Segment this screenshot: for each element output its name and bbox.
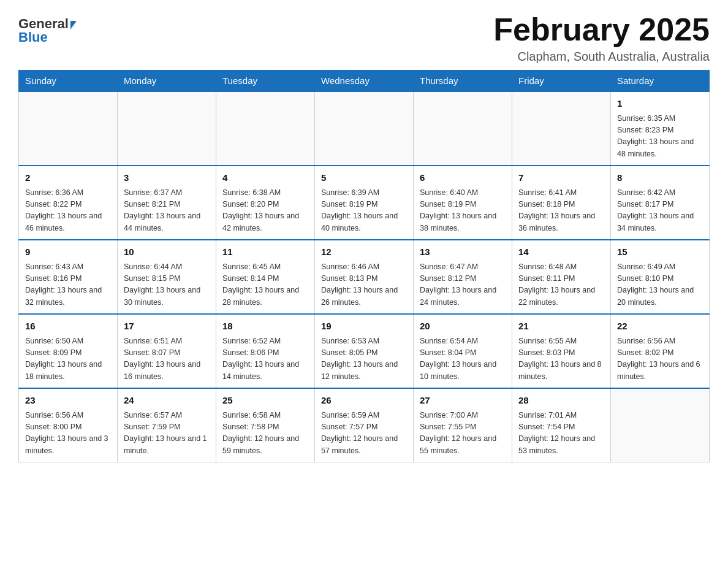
day-info: Sunrise: 6:43 AM Sunset: 8:16 PM Dayligh…	[25, 261, 111, 309]
day-info: Sunrise: 6:58 AM Sunset: 7:58 PM Dayligh…	[222, 410, 308, 458]
calendar-cell: 6Sunrise: 6:40 AM Sunset: 8:19 PM Daylig…	[414, 166, 512, 240]
day-info: Sunrise: 6:56 AM Sunset: 8:02 PM Dayligh…	[617, 335, 703, 383]
day-number: 5	[321, 171, 407, 185]
day-number: 10	[124, 245, 210, 259]
day-number: 20	[420, 320, 506, 334]
day-info: Sunrise: 6:44 AM Sunset: 8:15 PM Dayligh…	[124, 261, 210, 309]
calendar-cell: 10Sunrise: 6:44 AM Sunset: 8:15 PM Dayli…	[118, 240, 216, 314]
week-row-4: 16Sunrise: 6:50 AM Sunset: 8:09 PM Dayli…	[19, 314, 710, 388]
calendar-subtitle: Clapham, South Australia, Australia	[493, 50, 710, 64]
week-row-5: 23Sunrise: 6:56 AM Sunset: 8:00 PM Dayli…	[19, 388, 710, 462]
calendar-cell: 26Sunrise: 6:59 AM Sunset: 7:57 PM Dayli…	[315, 388, 414, 462]
week-row-1: 1Sunrise: 6:35 AM Sunset: 8:23 PM Daylig…	[19, 91, 710, 166]
day-info: Sunrise: 6:41 AM Sunset: 8:18 PM Dayligh…	[518, 187, 604, 235]
day-info: Sunrise: 6:59 AM Sunset: 7:57 PM Dayligh…	[321, 410, 407, 458]
calendar-cell: 19Sunrise: 6:53 AM Sunset: 8:05 PM Dayli…	[315, 314, 414, 388]
calendar-cell: 24Sunrise: 6:57 AM Sunset: 7:59 PM Dayli…	[118, 388, 216, 462]
calendar-cell: 28Sunrise: 7:01 AM Sunset: 7:54 PM Dayli…	[512, 388, 611, 462]
day-info: Sunrise: 6:55 AM Sunset: 8:03 PM Dayligh…	[518, 335, 604, 383]
calendar-cell: 5Sunrise: 6:39 AM Sunset: 8:19 PM Daylig…	[315, 166, 414, 240]
calendar-cell: 12Sunrise: 6:46 AM Sunset: 8:13 PM Dayli…	[315, 240, 414, 314]
day-info: Sunrise: 6:46 AM Sunset: 8:13 PM Dayligh…	[321, 261, 407, 309]
day-info: Sunrise: 6:48 AM Sunset: 8:11 PM Dayligh…	[518, 261, 604, 309]
week-row-3: 9Sunrise: 6:43 AM Sunset: 8:16 PM Daylig…	[19, 240, 710, 314]
day-number: 2	[25, 171, 111, 185]
day-number: 16	[25, 320, 111, 334]
calendar-table: SundayMondayTuesdayWednesdayThursdayFrid…	[18, 70, 710, 462]
day-info: Sunrise: 6:52 AM Sunset: 8:06 PM Dayligh…	[222, 335, 308, 383]
day-number: 25	[222, 394, 308, 408]
calendar-cell	[118, 91, 216, 166]
logo-triangle-icon	[70, 21, 77, 29]
day-number: 9	[25, 245, 111, 259]
calendar-cell	[315, 91, 414, 166]
day-number: 19	[321, 320, 407, 334]
calendar-cell: 1Sunrise: 6:35 AM Sunset: 8:23 PM Daylig…	[611, 91, 710, 166]
day-number: 15	[617, 245, 703, 259]
day-info: Sunrise: 6:36 AM Sunset: 8:22 PM Dayligh…	[25, 187, 111, 235]
weekday-header-tuesday: Tuesday	[216, 71, 315, 92]
calendar-cell: 15Sunrise: 6:49 AM Sunset: 8:10 PM Dayli…	[611, 240, 710, 314]
calendar-cell	[414, 91, 512, 166]
calendar-cell: 8Sunrise: 6:42 AM Sunset: 8:17 PM Daylig…	[611, 166, 710, 240]
day-info: Sunrise: 7:01 AM Sunset: 7:54 PM Dayligh…	[518, 410, 604, 458]
day-info: Sunrise: 6:38 AM Sunset: 8:20 PM Dayligh…	[222, 187, 308, 235]
day-number: 7	[518, 171, 604, 185]
calendar-cell: 18Sunrise: 6:52 AM Sunset: 8:06 PM Dayli…	[216, 314, 315, 388]
day-info: Sunrise: 7:00 AM Sunset: 7:55 PM Dayligh…	[420, 410, 506, 458]
day-number: 8	[617, 171, 703, 185]
calendar-cell: 3Sunrise: 6:37 AM Sunset: 8:21 PM Daylig…	[118, 166, 216, 240]
day-number: 14	[518, 245, 604, 259]
day-info: Sunrise: 6:39 AM Sunset: 8:19 PM Dayligh…	[321, 187, 407, 235]
calendar-cell: 21Sunrise: 6:55 AM Sunset: 8:03 PM Dayli…	[512, 314, 611, 388]
logo-general-text: General	[18, 17, 69, 31]
calendar-cell: 11Sunrise: 6:45 AM Sunset: 8:14 PM Dayli…	[216, 240, 315, 314]
day-number: 27	[420, 394, 506, 408]
day-number: 22	[617, 320, 703, 334]
weekday-header-wednesday: Wednesday	[315, 71, 414, 92]
calendar-cell	[19, 91, 118, 166]
calendar-cell: 2Sunrise: 6:36 AM Sunset: 8:22 PM Daylig…	[19, 166, 118, 240]
weekday-header-sunday: Sunday	[19, 71, 118, 92]
day-number: 18	[222, 320, 308, 334]
logo: General Blue	[18, 12, 77, 44]
calendar-cell: 17Sunrise: 6:51 AM Sunset: 8:07 PM Dayli…	[118, 314, 216, 388]
day-number: 21	[518, 320, 604, 334]
weekday-header-saturday: Saturday	[611, 71, 710, 92]
calendar-cell	[512, 91, 611, 166]
day-info: Sunrise: 6:40 AM Sunset: 8:19 PM Dayligh…	[420, 187, 506, 235]
day-info: Sunrise: 6:50 AM Sunset: 8:09 PM Dayligh…	[25, 335, 111, 383]
day-info: Sunrise: 6:56 AM Sunset: 8:00 PM Dayligh…	[25, 410, 111, 458]
calendar-cell: 13Sunrise: 6:47 AM Sunset: 8:12 PM Dayli…	[414, 240, 512, 314]
calendar-cell: 23Sunrise: 6:56 AM Sunset: 8:00 PM Dayli…	[19, 388, 118, 462]
day-number: 1	[617, 97, 703, 111]
calendar-cell: 9Sunrise: 6:43 AM Sunset: 8:16 PM Daylig…	[19, 240, 118, 314]
calendar-cell: 25Sunrise: 6:58 AM Sunset: 7:58 PM Dayli…	[216, 388, 315, 462]
day-number: 4	[222, 171, 308, 185]
day-number: 24	[124, 394, 210, 408]
calendar-cell: 16Sunrise: 6:50 AM Sunset: 8:09 PM Dayli…	[19, 314, 118, 388]
day-info: Sunrise: 6:47 AM Sunset: 8:12 PM Dayligh…	[420, 261, 506, 309]
day-number: 26	[321, 394, 407, 408]
day-info: Sunrise: 6:35 AM Sunset: 8:23 PM Dayligh…	[617, 113, 703, 161]
day-number: 3	[124, 171, 210, 185]
calendar-cell	[216, 91, 315, 166]
calendar-cell	[611, 388, 710, 462]
calendar-cell: 22Sunrise: 6:56 AM Sunset: 8:02 PM Dayli…	[611, 314, 710, 388]
day-info: Sunrise: 6:57 AM Sunset: 7:59 PM Dayligh…	[124, 410, 210, 458]
day-number: 23	[25, 394, 111, 408]
week-row-2: 2Sunrise: 6:36 AM Sunset: 8:22 PM Daylig…	[19, 166, 710, 240]
day-info: Sunrise: 6:45 AM Sunset: 8:14 PM Dayligh…	[222, 261, 308, 309]
day-info: Sunrise: 6:42 AM Sunset: 8:17 PM Dayligh…	[617, 187, 703, 235]
day-info: Sunrise: 6:51 AM Sunset: 8:07 PM Dayligh…	[124, 335, 210, 383]
weekday-header-row: SundayMondayTuesdayWednesdayThursdayFrid…	[19, 71, 710, 92]
weekday-header-monday: Monday	[118, 71, 216, 92]
day-number: 11	[222, 245, 308, 259]
day-info: Sunrise: 6:37 AM Sunset: 8:21 PM Dayligh…	[124, 187, 210, 235]
calendar-cell: 20Sunrise: 6:54 AM Sunset: 8:04 PM Dayli…	[414, 314, 512, 388]
calendar-title: February 2025	[493, 12, 710, 47]
day-number: 17	[124, 320, 210, 334]
calendar-cell: 14Sunrise: 6:48 AM Sunset: 8:11 PM Dayli…	[512, 240, 611, 314]
calendar-cell: 4Sunrise: 6:38 AM Sunset: 8:20 PM Daylig…	[216, 166, 315, 240]
day-info: Sunrise: 6:49 AM Sunset: 8:10 PM Dayligh…	[617, 261, 703, 309]
